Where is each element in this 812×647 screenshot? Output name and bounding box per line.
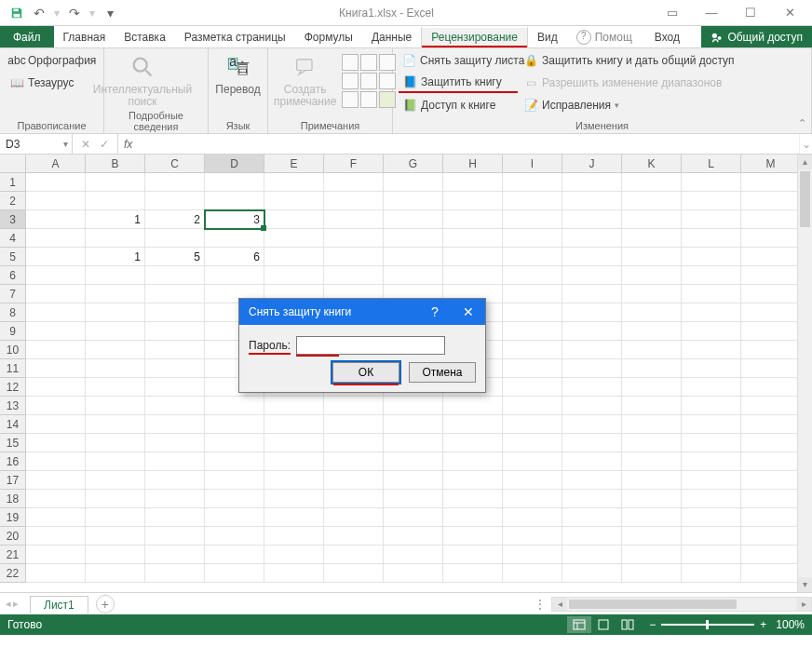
- cell[interactable]: [264, 490, 324, 508]
- cell[interactable]: [682, 527, 741, 546]
- cell[interactable]: [145, 508, 205, 527]
- cell[interactable]: [26, 508, 86, 527]
- cell[interactable]: [86, 452, 145, 471]
- cell[interactable]: [205, 415, 264, 434]
- cell[interactable]: [741, 452, 801, 471]
- cell[interactable]: [562, 303, 622, 322]
- cell[interactable]: [205, 397, 264, 415]
- cell[interactable]: [384, 210, 443, 229]
- cell[interactable]: [86, 192, 145, 210]
- cell[interactable]: [562, 397, 622, 415]
- cell[interactable]: [86, 341, 145, 359]
- cell[interactable]: [741, 248, 801, 266]
- cell[interactable]: [26, 210, 86, 229]
- cell[interactable]: [741, 341, 801, 359]
- cell[interactable]: [443, 471, 503, 490]
- cell[interactable]: [443, 397, 503, 415]
- cell[interactable]: [324, 508, 384, 527]
- cell[interactable]: [145, 546, 205, 564]
- cell[interactable]: [384, 546, 443, 564]
- cell[interactable]: [145, 341, 205, 359]
- fx-icon[interactable]: fx: [118, 134, 138, 154]
- row-header[interactable]: 3: [0, 210, 26, 229]
- row-header[interactable]: 7: [0, 285, 26, 303]
- cell[interactable]: [443, 173, 503, 192]
- cell[interactable]: [145, 266, 205, 285]
- row-header[interactable]: 17: [0, 471, 26, 490]
- cell[interactable]: [562, 527, 622, 546]
- cell[interactable]: [443, 210, 503, 229]
- cell[interactable]: [145, 471, 205, 490]
- cell[interactable]: 5: [145, 248, 205, 266]
- tab-formulas[interactable]: Формулы: [295, 26, 362, 47]
- cell[interactable]: [384, 527, 443, 546]
- zoom-level[interactable]: 100%: [776, 618, 805, 631]
- zoom-out-icon[interactable]: −: [649, 618, 656, 631]
- cell[interactable]: [682, 564, 741, 583]
- cell[interactable]: [503, 248, 562, 266]
- cell[interactable]: [562, 192, 622, 210]
- row-header[interactable]: 13: [0, 397, 26, 415]
- collapse-ribbon-icon[interactable]: ⌃: [798, 117, 806, 129]
- cell[interactable]: [622, 378, 682, 397]
- cell[interactable]: [324, 527, 384, 546]
- cell[interactable]: [26, 359, 86, 378]
- spelling-button[interactable]: abcОрфография: [6, 50, 100, 71]
- col-header[interactable]: G: [384, 155, 443, 173]
- cell[interactable]: 3: [205, 210, 264, 229]
- cell[interactable]: [741, 378, 801, 397]
- cell[interactable]: [26, 229, 86, 248]
- cell[interactable]: [562, 471, 622, 490]
- cell[interactable]: [443, 434, 503, 452]
- new-comment-button[interactable]: Создать примечание: [274, 50, 336, 108]
- cell[interactable]: [324, 229, 384, 248]
- cell[interactable]: [86, 508, 145, 527]
- cell[interactable]: [682, 248, 741, 266]
- cell[interactable]: [503, 341, 562, 359]
- cell[interactable]: [562, 285, 622, 303]
- cell[interactable]: [324, 210, 384, 229]
- scroll-up-icon[interactable]: ▴: [798, 155, 812, 169]
- cell[interactable]: [622, 285, 682, 303]
- dialog-titlebar[interactable]: Снять защиту книги ? ✕: [239, 299, 485, 325]
- col-header[interactable]: M: [741, 155, 801, 173]
- cell[interactable]: [622, 210, 682, 229]
- cell[interactable]: [86, 378, 145, 397]
- cell[interactable]: [145, 229, 205, 248]
- cell[interactable]: [26, 248, 86, 266]
- cell[interactable]: [682, 508, 741, 527]
- cell[interactable]: [205, 546, 264, 564]
- cell[interactable]: [741, 173, 801, 192]
- cell[interactable]: [682, 415, 741, 434]
- cell[interactable]: [562, 322, 622, 341]
- cell[interactable]: [26, 378, 86, 397]
- share-button[interactable]: Общий доступ: [701, 26, 812, 47]
- cell[interactable]: [682, 303, 741, 322]
- horizontal-scrollbar[interactable]: ◂ ▸: [551, 597, 812, 612]
- cell[interactable]: [264, 527, 324, 546]
- protect-and-share-button[interactable]: 🔒Защитить книгу и дать общий доступ: [520, 50, 738, 71]
- row-header[interactable]: 18: [0, 490, 26, 508]
- track-changes-button[interactable]: 📝Исправления ▾: [520, 95, 738, 115]
- cell[interactable]: [622, 452, 682, 471]
- cell[interactable]: [205, 266, 264, 285]
- cell[interactable]: [562, 546, 622, 564]
- translate-button[interactable]: a言 Перевод: [214, 50, 262, 96]
- redo-icon[interactable]: ↷: [65, 4, 84, 22]
- cell[interactable]: [443, 546, 503, 564]
- cell[interactable]: [741, 359, 801, 378]
- cell[interactable]: [26, 303, 86, 322]
- cell[interactable]: [741, 490, 801, 508]
- cell[interactable]: [86, 229, 145, 248]
- cell[interactable]: [622, 527, 682, 546]
- row-header[interactable]: 15: [0, 434, 26, 452]
- cell[interactable]: [562, 434, 622, 452]
- cell[interactable]: [145, 173, 205, 192]
- tab-view[interactable]: Вид: [528, 26, 567, 47]
- cell[interactable]: [443, 248, 503, 266]
- cell[interactable]: [145, 397, 205, 415]
- cell[interactable]: [741, 434, 801, 452]
- cell[interactable]: [503, 359, 562, 378]
- cell[interactable]: [503, 266, 562, 285]
- cell[interactable]: [26, 471, 86, 490]
